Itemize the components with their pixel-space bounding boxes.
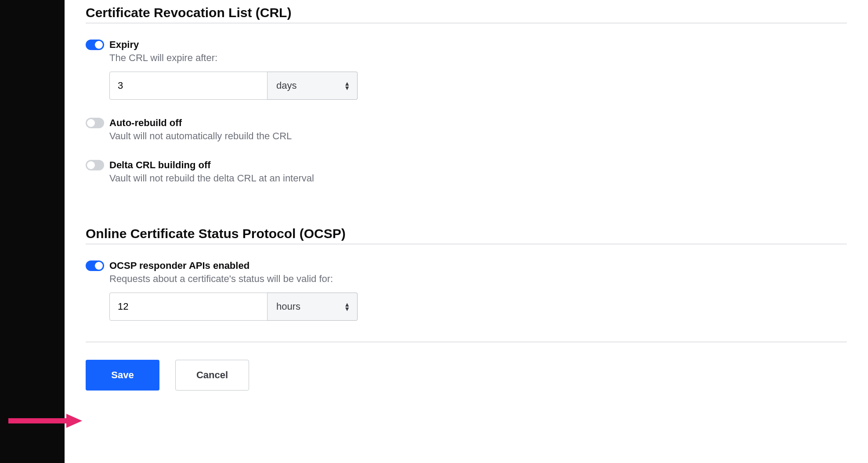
footer-divider [86, 342, 847, 342]
delta-crl-sublabel: Vault will not rebuild the delta CRL at … [109, 173, 847, 184]
annotation-arrow-icon [8, 412, 83, 430]
ocsp-section-title: Online Certificate Status Protocol (OCSP… [86, 226, 847, 241]
toggle-knob [87, 161, 95, 169]
ocsp-value-input[interactable] [109, 293, 268, 321]
expiry-field: Expiry The CRL will expire after: days ▲… [86, 39, 847, 100]
ocsp-unit-select[interactable]: hours ▲▼ [267, 293, 358, 321]
select-stepper-icon: ▲▼ [344, 82, 350, 90]
save-button[interactable]: Save [86, 360, 159, 391]
expiry-unit-select[interactable]: days ▲▼ [267, 72, 358, 100]
auto-rebuild-sublabel: Vault will not automatically rebuild the… [109, 130, 847, 142]
toggle-knob [95, 41, 103, 49]
main-content: Certificate Revocation List (CRL) Expiry… [65, 0, 868, 463]
expiry-value-input[interactable] [109, 72, 268, 100]
ocsp-responder-field: OCSP responder APIs enabled Requests abo… [86, 260, 847, 321]
sidebar [0, 0, 65, 463]
ocsp-responder-label: OCSP responder APIs enabled [109, 260, 250, 271]
crl-section-divider [86, 23, 847, 23]
expiry-label: Expiry [109, 39, 139, 51]
toggle-knob [87, 119, 95, 127]
ocsp-responder-sublabel: Requests about a certificate's status wi… [109, 273, 847, 285]
crl-section-title: Certificate Revocation List (CRL) [86, 5, 847, 20]
auto-rebuild-field: Auto-rebuild off Vault will not automati… [86, 117, 847, 142]
cancel-button[interactable]: Cancel [175, 360, 249, 391]
delta-crl-label: Delta CRL building off [109, 159, 211, 171]
expiry-sublabel: The CRL will expire after: [109, 52, 847, 64]
toggle-knob [95, 262, 103, 270]
svg-marker-1 [66, 414, 82, 428]
ocsp-responder-toggle[interactable] [86, 260, 104, 271]
ocsp-section-divider [86, 244, 847, 244]
delta-crl-field: Delta CRL building off Vault will not re… [86, 159, 847, 184]
expiry-toggle[interactable] [86, 40, 104, 50]
delta-crl-toggle[interactable] [86, 160, 104, 170]
auto-rebuild-toggle[interactable] [86, 118, 104, 128]
expiry-unit-label: days [276, 80, 297, 91]
ocsp-unit-label: hours [276, 301, 300, 312]
button-row: Save Cancel [86, 360, 847, 391]
select-stepper-icon: ▲▼ [344, 303, 350, 311]
auto-rebuild-label: Auto-rebuild off [109, 117, 182, 129]
